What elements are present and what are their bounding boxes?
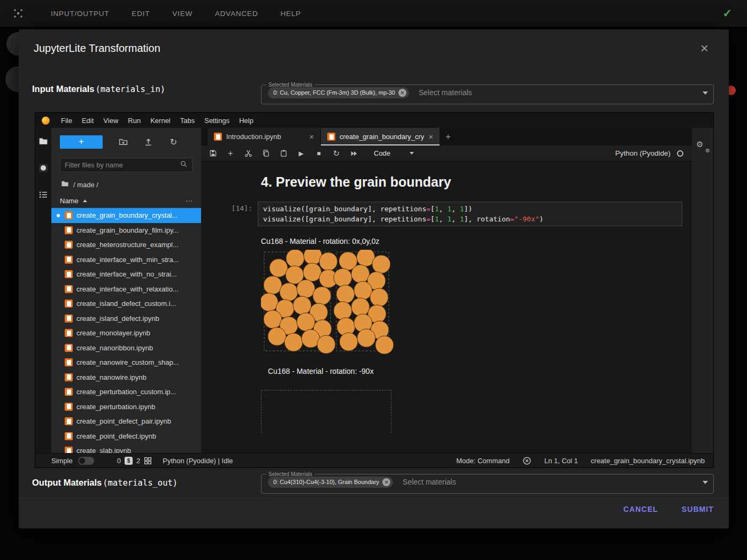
top-menu-item[interactable]: ADVANCED [204, 10, 269, 18]
add-cell-icon[interactable]: + [226, 149, 235, 158]
top-menu-item[interactable]: VIEW [161, 10, 204, 18]
kernel-status-icon[interactable] [677, 150, 683, 157]
table-of-contents-icon[interactable] [38, 190, 48, 200]
jupyter-menu-item[interactable]: Run [123, 117, 145, 125]
notebook-tab[interactable]: create_grain_boundary_cry × [321, 128, 440, 145]
code-cell-row: [14]: visualize([grain_boundary], repeti… [201, 202, 682, 226]
file-item[interactable]: create_interface_with_min_stra... [51, 252, 201, 267]
kernel-status-text[interactable]: Python (Pyodide) | Idle [163, 457, 233, 465]
jupyter-menu-item[interactable]: View [98, 117, 123, 125]
tab-close-icon[interactable]: × [309, 133, 314, 141]
kernel-sessions-icon[interactable] [144, 457, 152, 465]
jupyter-menu-item[interactable]: Edit [77, 117, 98, 125]
file-item[interactable]: create_island_defect.ipynb [51, 311, 201, 326]
file-item[interactable]: create_point_defect_pair.ipynb [51, 414, 201, 429]
notebook-file-icon [65, 417, 73, 425]
header-overflow-icon[interactable]: ⋯ [186, 197, 192, 205]
cancel-button[interactable]: CANCEL [623, 505, 658, 513]
check-icon[interactable]: ✓ [722, 7, 732, 20]
copy-icon[interactable] [261, 149, 270, 158]
active-file-name: create_grain_boundary_crystal.ipynb [591, 457, 705, 465]
app-logo-icon[interactable] [13, 8, 24, 19]
jupyter-menu-item[interactable]: Settings [199, 117, 234, 125]
notebook-file-icon [65, 329, 73, 337]
tab-close-icon[interactable]: × [428, 133, 433, 141]
restart-kernel-icon[interactable]: ↻ [332, 149, 341, 158]
file-filter-input[interactable] [65, 161, 180, 169]
jupyter-menu-item[interactable]: Tabs [175, 117, 199, 125]
cut-icon[interactable] [244, 149, 252, 158]
top-menu-item[interactable]: INPUT/OUTPUT [40, 10, 120, 18]
kernels-count[interactable]: 2 [136, 457, 140, 465]
notebook-tab[interactable]: Introduction.ipynb × [207, 128, 321, 145]
material-chip[interactable]: 0: Cu, Copper, FCC (Fm-3m) 3D (Bulk), mp… [268, 87, 409, 98]
refresh-icon[interactable]: ↻ [169, 137, 178, 147]
file-name: create_nanowire.ipynb [76, 373, 147, 381]
file-item[interactable]: create_monolayer.ipynb [51, 326, 201, 341]
file-item[interactable]: create_interface_with_no_strai... [51, 267, 201, 282]
file-item[interactable]: create_island_defect_custom.i... [51, 296, 201, 311]
save-icon[interactable] [209, 149, 217, 158]
output-caption: Cu168 - Material - rotation: 0x,0y,0z [261, 237, 692, 246]
file-item[interactable]: create_perturbation_custom.ip... [51, 385, 201, 400]
notebook-file-icon [214, 133, 222, 141]
file-item[interactable]: create_slab.ipynb [51, 443, 201, 453]
tabs: Introduction.ipynb × create_grain_bounda… [207, 128, 440, 145]
file-item[interactable]: create_interface_with_relaxatio... [51, 282, 201, 297]
file-item[interactable]: create_nanowire.ipynb [51, 370, 201, 385]
jupyter-menubar: FileEditViewRunKernelTabsSettingsHelp [35, 113, 713, 128]
cell-type-select[interactable]: Code [374, 149, 414, 157]
file-filter[interactable] [60, 158, 192, 172]
file-item[interactable]: create_nanowire_custom_shap... [51, 355, 201, 370]
restart-run-all-icon[interactable] [350, 149, 358, 158]
dropdown-caret-icon[interactable] [703, 91, 708, 95]
kernel-name[interactable]: Python (Pyodide) [615, 149, 671, 157]
atoms-visualization[interactable] [261, 250, 395, 354]
notebook-content: 4. Preview the grain boundary [14]: visu… [201, 162, 692, 453]
chip-delete-icon[interactable]: × [382, 478, 390, 486]
paste-icon[interactable] [279, 149, 288, 158]
upload-icon[interactable] [144, 137, 153, 147]
mode-indicator[interactable]: Mode: Command [456, 457, 510, 465]
new-folder-icon[interactable] [119, 137, 128, 147]
file-item[interactable]: create_point_defect.ipynb [51, 429, 201, 444]
terminals-count[interactable]: 0 [117, 457, 121, 465]
new-launcher-button[interactable]: + [60, 135, 103, 149]
close-icon[interactable]: × [700, 41, 709, 55]
file-item[interactable]: create_heterostructure_exampl... [51, 237, 201, 252]
output-materials-select[interactable]: Selected Materials 0: Cu4(310)-Cu4(-3-10… [261, 471, 714, 494]
file-item[interactable]: create_perturbation.ipynb [51, 400, 201, 415]
file-name: create_perturbation_custom.ip... [76, 388, 176, 396]
file-list-header[interactable]: Name ⋯ [51, 194, 201, 208]
notebook-file-icon [65, 373, 73, 381]
run-icon[interactable]: ▶ [297, 149, 305, 158]
files-tab-icon[interactable] [38, 136, 48, 146]
code-cell[interactable]: visualize([grain_boundary], repetitions=… [258, 202, 682, 226]
jupyter-menu-item[interactable]: File [56, 117, 77, 125]
notifications-icon[interactable] [522, 456, 532, 465]
top-menu-item[interactable]: HELP [269, 10, 312, 18]
submit-button[interactable]: SUBMIT [682, 505, 714, 513]
file-item[interactable]: create_nanoribbon.ipynb [51, 341, 201, 356]
running-kernels-icon[interactable] [38, 163, 48, 173]
jupyter-menu-item[interactable]: Help [234, 117, 258, 125]
output-caption: Cu168 - Material - rotation: -90x [268, 367, 692, 375]
simple-toggle[interactable] [78, 457, 94, 465]
chip-delete-icon[interactable]: × [398, 89, 406, 97]
jupyter-menu-item[interactable]: Kernel [145, 117, 175, 125]
stop-icon[interactable]: ■ [314, 149, 323, 158]
cursor-position[interactable]: Ln 1, Col 1 [544, 457, 578, 465]
terminal-icon[interactable]: $ [125, 457, 133, 465]
cell-prompt: [14]: [201, 202, 258, 226]
input-materials-select[interactable]: Selected Materials 0: Cu, Copper, FCC (F… [261, 82, 714, 104]
pyodide-logo-icon [42, 117, 50, 125]
breadcrumb[interactable]: / made / [51, 179, 201, 190]
new-tab-button[interactable]: + [440, 128, 456, 145]
top-menu-item[interactable]: EDIT [120, 10, 161, 18]
file-item[interactable]: create_grain_boundary_crystal... [51, 208, 201, 223]
material-chip[interactable]: 0: Cu4(310)-Cu4(-3-10), Grain Boundary × [268, 477, 393, 488]
dropdown-caret-icon[interactable] [703, 481, 708, 484]
file-item[interactable]: create_grain_boundary_film.ipy... [51, 223, 201, 238]
property-inspector-icon[interactable]: ⚙⚙ [696, 140, 709, 152]
chevron-down-icon [410, 152, 414, 155]
